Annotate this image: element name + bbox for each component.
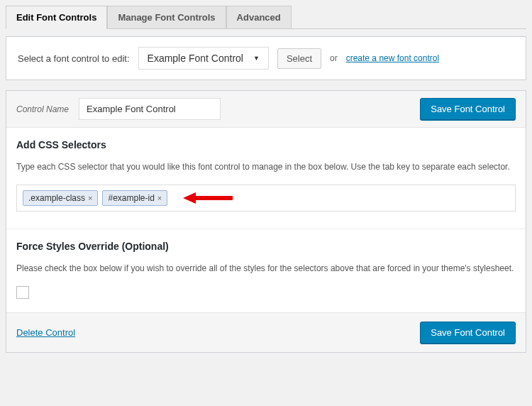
force-styles-heading: Force Styles Override (Optional)	[16, 241, 516, 252]
tab-manage-font-controls[interactable]: Manage Font Controls	[107, 6, 226, 28]
control-name-label: Control Name	[16, 104, 69, 114]
css-selectors-description: Type each CSS selector that you would li…	[16, 160, 516, 173]
font-control-dropdown[interactable]: Example Font Control ▼	[138, 47, 269, 70]
annotation-arrow-icon	[183, 191, 233, 205]
css-tag: #example-id ×	[102, 190, 167, 206]
close-icon[interactable]: ×	[157, 194, 162, 202]
tab-advanced[interactable]: Advanced	[226, 6, 292, 28]
or-text: or	[330, 53, 338, 63]
save-font-control-button-top[interactable]: Save Font Control	[420, 98, 516, 120]
css-selectors-section: Add CSS Selectors Type each CSS selector…	[6, 128, 526, 223]
css-tag-label: #example-id	[108, 193, 154, 203]
main-panel: Control Name Save Font Control Add CSS S…	[6, 90, 526, 353]
select-button[interactable]: Select	[277, 48, 321, 69]
force-styles-description: Please check the box below if you wish t…	[16, 262, 516, 275]
delete-control-link[interactable]: Delete Control	[16, 327, 75, 338]
css-selectors-heading: Add CSS Selectors	[16, 139, 516, 150]
control-name-input[interactable]	[79, 98, 221, 120]
footer-row: Delete Control Save Font Control	[6, 312, 526, 352]
force-styles-checkbox[interactable]	[16, 286, 29, 299]
css-tag: .example-class ×	[23, 190, 98, 206]
tab-edit-font-controls[interactable]: Edit Font Controls	[6, 6, 107, 29]
force-styles-section: Force Styles Override (Optional) Please …	[6, 229, 526, 312]
tab-bar: Edit Font Controls Manage Font Controls …	[6, 6, 526, 29]
create-new-font-control-link[interactable]: create a new font control	[346, 53, 439, 63]
css-tag-label: .example-class	[28, 193, 85, 203]
select-control-label: Select a font control to edit:	[18, 53, 130, 64]
svg-marker-1	[183, 192, 196, 204]
select-control-panel: Select a font control to edit: Example F…	[6, 36, 526, 80]
close-icon[interactable]: ×	[88, 194, 92, 202]
chevron-down-icon: ▼	[253, 55, 260, 62]
css-selector-tag-input[interactable]: .example-class × #example-id ×	[16, 185, 516, 212]
save-font-control-button-bottom[interactable]: Save Font Control	[420, 322, 516, 344]
dropdown-selected-value: Example Font Control	[148, 53, 243, 64]
control-header-row: Control Name Save Font Control	[6, 91, 526, 128]
